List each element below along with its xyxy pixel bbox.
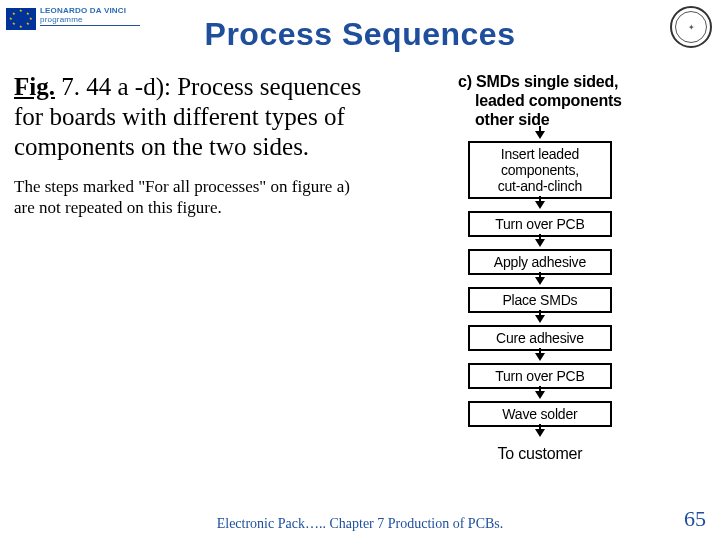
content: Fig. 7. 44 a -d): Process sequences for … (14, 72, 706, 496)
arrow-icon (535, 391, 545, 399)
left-column: Fig. 7. 44 a -d): Process sequences for … (14, 72, 374, 496)
diagram-heading: c) SMDs single sided, leaded components … (458, 72, 622, 129)
arrow-icon (535, 315, 545, 323)
page-number: 65 (684, 506, 706, 532)
footer-text: Electronic Pack….. Chapter 7 Production … (0, 516, 720, 532)
diagram-end: To customer (497, 445, 582, 463)
page-title: Process Sequences (0, 16, 720, 53)
arrow-icon (535, 131, 545, 139)
right-column: c) SMDs single sided, leaded components … (374, 72, 706, 496)
figure-caption: Fig. 7. 44 a -d): Process sequences for … (14, 72, 374, 162)
arrow-icon (535, 353, 545, 361)
figure-label: Fig. (14, 73, 55, 100)
figure-number: 7. 44 a -d): (55, 73, 171, 100)
header: ★ ★ ★ ★ ★ ★ ★ ★ LEONARDO DA VINCI progra… (0, 0, 720, 60)
seal-icon: ✦ (670, 6, 712, 48)
arrow-icon (535, 239, 545, 247)
arrow-icon (535, 201, 545, 209)
diagram-step: Insert leaded components, cut-and-clinch (468, 141, 612, 199)
arrow-icon (535, 277, 545, 285)
arrow-icon (535, 429, 545, 437)
figure-note: The steps marked "For all processes" on … (14, 176, 374, 218)
process-diagram: c) SMDs single sided, leaded components … (458, 72, 622, 496)
